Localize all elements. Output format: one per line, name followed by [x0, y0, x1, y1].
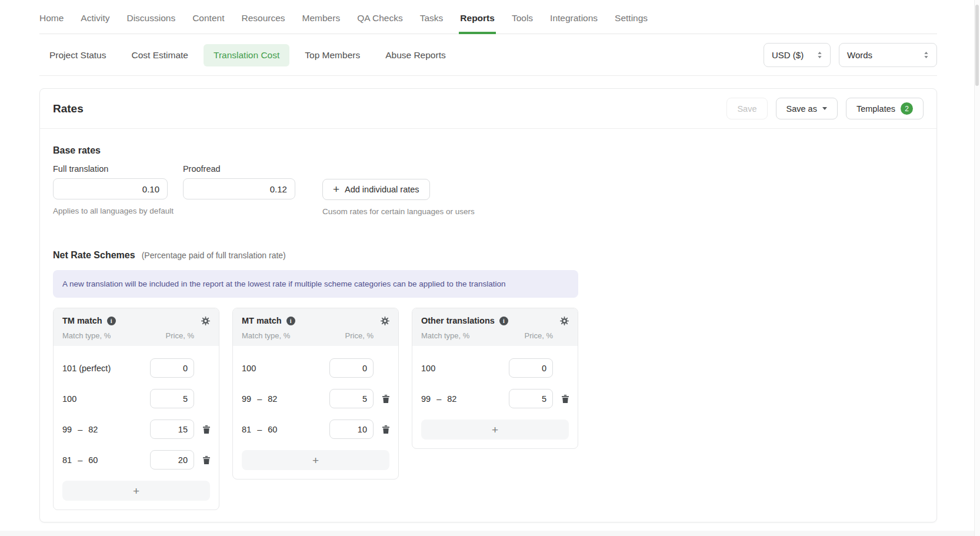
tab-project-status[interactable]: Project Status — [39, 44, 116, 66]
save-as-button[interactable]: Save as — [776, 98, 838, 119]
add-row-button[interactable]: + — [421, 420, 569, 440]
unit-select-value: Words — [847, 50, 872, 60]
add-row-button[interactable]: + — [62, 481, 210, 501]
nav-item-home[interactable]: Home — [39, 13, 64, 34]
gear-icon[interactable] — [560, 317, 569, 325]
nav-item-settings[interactable]: Settings — [615, 13, 648, 34]
match-label: 99 – 82 — [242, 394, 329, 404]
label-spacer — [322, 164, 475, 179]
price-input[interactable] — [150, 358, 194, 378]
price-input[interactable] — [150, 420, 194, 439]
trash-icon[interactable] — [562, 395, 569, 403]
info-icon[interactable]: i — [286, 317, 295, 325]
column-header-match-type: Match type, % — [242, 331, 329, 340]
schemes-wrap: A new translation will be included in th… — [53, 270, 578, 510]
match-row: 100 — [242, 358, 389, 378]
nav-item-resources[interactable]: Resources — [241, 13, 285, 34]
column-headers: Match type, %Price, % — [421, 331, 569, 340]
match-row: 99 – 82 — [242, 389, 389, 408]
sort-arrows-icon — [924, 51, 929, 59]
match-label: 100 — [421, 364, 509, 373]
match-label: 99 – 82 — [62, 425, 150, 434]
report-toolbar: Project StatusCost EstimateTranslation C… — [39, 34, 937, 76]
net-rate-schemes-header: Net Rate Schemes (Percentage paid of ful… — [53, 250, 924, 261]
nav-item-discussions[interactable]: Discussions — [126, 13, 175, 34]
base-rates-heading: Base rates — [53, 145, 924, 156]
trash-icon[interactable] — [382, 425, 389, 434]
base-rates-fields: Full translation Applies to all language… — [53, 164, 924, 216]
sort-arrows-icon — [817, 51, 822, 59]
price-input[interactable] — [509, 389, 553, 408]
full-translation-label: Full translation — [53, 164, 174, 174]
price-input[interactable] — [329, 358, 374, 378]
rates-panel-body: Base rates Full translation Applies to a… — [40, 129, 936, 522]
scheme-card-other-translations: Other translationsiMatch type, %Price, %… — [412, 308, 578, 449]
scheme-card-tm-match: TM matchiMatch type, %Price, %101 (perfe… — [53, 308, 219, 510]
price-input[interactable] — [329, 389, 374, 408]
save-as-label: Save as — [786, 104, 817, 114]
match-label: 100 — [242, 364, 329, 373]
templates-button[interactable]: Templates 2 — [846, 98, 924, 119]
price-input[interactable] — [150, 450, 194, 470]
scrollbar[interactable] — [974, 0, 980, 536]
info-icon[interactable]: i — [499, 317, 508, 325]
scheme-card-title: MT match — [242, 316, 282, 325]
row-actions — [194, 456, 210, 464]
row-actions — [374, 425, 389, 434]
match-row: 81 – 60 — [62, 450, 210, 470]
match-label: 81 – 60 — [242, 425, 329, 434]
match-row: 101 (perfect) — [62, 358, 210, 378]
trash-icon[interactable] — [203, 456, 210, 464]
page: HomeActivityDiscussionsContentResourcesM… — [39, 0, 937, 522]
nav-item-reports[interactable]: Reports — [460, 13, 495, 34]
tab-top-members[interactable]: Top Members — [295, 44, 370, 66]
column-headers: Match type, %Price, % — [62, 331, 210, 340]
column-headers: Match type, %Price, % — [242, 331, 389, 340]
match-label: 81 – 60 — [62, 455, 150, 465]
currency-select-value: USD ($) — [772, 50, 804, 60]
info-icon[interactable]: i — [107, 317, 116, 325]
nav-item-tasks[interactable]: Tasks — [420, 13, 444, 34]
full-translation-field: Full translation Applies to all language… — [53, 164, 174, 215]
scheme-cards: TM matchiMatch type, %Price, %101 (perfe… — [53, 308, 578, 510]
full-translation-input[interactable] — [53, 178, 168, 199]
currency-select[interactable]: USD ($) — [764, 43, 831, 67]
price-input[interactable] — [150, 389, 194, 408]
scheme-card-header: Other translationsiMatch type, %Price, % — [412, 308, 578, 346]
caret-down-icon — [822, 107, 827, 110]
scrollbar-thumb[interactable] — [975, 5, 979, 86]
match-row: 100 — [62, 389, 210, 408]
gear-icon[interactable] — [201, 317, 210, 325]
column-header-price: Price, % — [509, 331, 553, 340]
nav-item-activity[interactable]: Activity — [81, 13, 109, 34]
nav-item-content[interactable]: Content — [192, 13, 224, 34]
nav-item-members[interactable]: Members — [302, 13, 341, 34]
price-input[interactable] — [329, 420, 374, 439]
gear-icon[interactable] — [381, 317, 389, 325]
add-row-button[interactable]: + — [242, 450, 389, 470]
save-button[interactable]: Save — [726, 98, 767, 119]
trash-icon[interactable] — [203, 425, 210, 434]
scheme-card-header: MT matchiMatch type, %Price, % — [233, 308, 398, 346]
unit-select[interactable]: Words — [839, 43, 937, 67]
rates-panel: Rates Save Save as Templates 2 Base rate… — [39, 88, 937, 522]
nav-item-qa-checks[interactable]: QA Checks — [357, 13, 403, 34]
match-label: 101 (perfect) — [62, 364, 150, 373]
templates-count-badge: 2 — [901, 102, 913, 115]
trash-icon[interactable] — [382, 395, 389, 403]
tab-translation-cost[interactable]: Translation Cost — [204, 44, 289, 66]
net-rate-schemes-section: Net Rate Schemes (Percentage paid of ful… — [53, 250, 924, 510]
column-header-match-type: Match type, % — [421, 331, 509, 340]
tab-cost-estimate[interactable]: Cost Estimate — [122, 44, 198, 66]
match-row: 100 — [421, 358, 569, 378]
price-input[interactable] — [509, 358, 553, 378]
add-individual-rates-button[interactable]: + Add individual rates — [322, 179, 430, 200]
tab-abuse-reports[interactable]: Abuse Reports — [375, 44, 456, 66]
match-label: 99 – 82 — [421, 394, 509, 404]
nav-item-integrations[interactable]: Integrations — [550, 13, 598, 34]
add-individual-rates-label: Add individual rates — [345, 185, 419, 194]
proofread-input[interactable] — [183, 178, 295, 199]
nav-item-tools[interactable]: Tools — [512, 13, 533, 34]
row-actions — [194, 425, 210, 434]
row-actions — [553, 395, 569, 403]
